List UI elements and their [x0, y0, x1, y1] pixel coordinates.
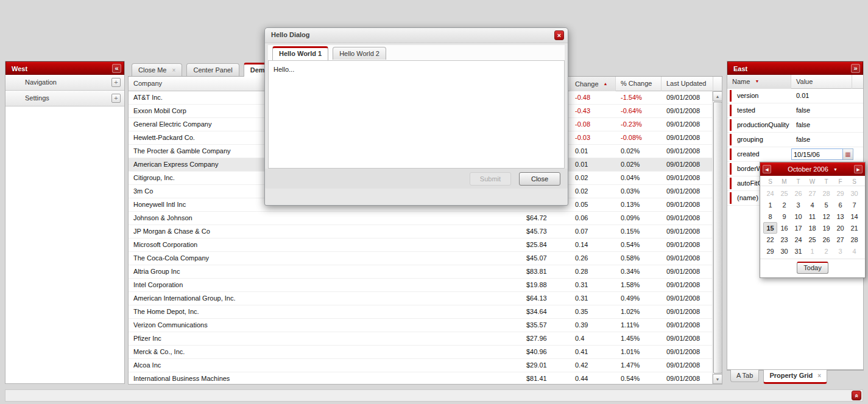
calendar-day[interactable]: 5 — [819, 199, 833, 211]
table-row[interactable]: Alcoa Inc$29.010.421.47%09/01/2008 — [129, 359, 713, 372]
tab-center-panel[interactable]: Center Panel — [186, 63, 239, 76]
table-row[interactable]: Verizon Communications$35.570.391.11%09/… — [129, 319, 713, 332]
property-row[interactable]: created▦ — [727, 147, 863, 162]
calendar-day[interactable]: 2 — [819, 245, 833, 257]
calendar-day[interactable]: 22 — [763, 234, 777, 245]
calendar-day[interactable]: 2 — [777, 199, 791, 211]
column-header-name[interactable]: Name ▼ — [727, 75, 791, 89]
calendar-day[interactable]: 31 — [791, 245, 805, 257]
sidebar-item-settings[interactable]: Settings + — [5, 91, 124, 106]
table-row[interactable]: Altria Group Inc$83.810.280.34%09/01/200… — [129, 265, 713, 279]
next-month-icon[interactable]: ▶ — [854, 165, 863, 173]
close-button[interactable]: Close — [519, 172, 560, 186]
close-icon[interactable]: × — [554, 30, 564, 40]
sidebar-item-navigation[interactable]: Navigation + — [5, 75, 124, 91]
cell-pct: -1.54% — [616, 91, 662, 104]
table-row[interactable]: American International Group, Inc.$64.13… — [129, 292, 713, 305]
calendar-day[interactable]: 1 — [805, 245, 819, 257]
calendar-day[interactable]: 7 — [847, 199, 861, 211]
calendar-day[interactable]: 28 — [847, 234, 861, 245]
calendar-day[interactable]: 20 — [833, 222, 847, 234]
property-row[interactable]: version0.01 — [727, 89, 863, 103]
calendar-day[interactable]: 25 — [777, 187, 791, 199]
calendar-day[interactable]: 25 — [805, 234, 819, 245]
calendar-day[interactable]: 26 — [791, 187, 805, 199]
calendar-day[interactable]: 24 — [763, 187, 777, 199]
calendar-day[interactable]: 16 — [777, 222, 791, 234]
calendar-day[interactable]: 15 — [763, 222, 777, 234]
expand-plus-icon[interactable]: + — [111, 78, 121, 87]
calendar-day[interactable]: 30 — [847, 187, 861, 199]
scroll-down-icon[interactable]: ▼ — [713, 374, 722, 384]
tab-property-grid[interactable]: Property Grid × — [763, 370, 827, 384]
scrollbar-thumb[interactable] — [713, 102, 722, 374]
table-row[interactable]: The Coca-Cola Company$45.070.260.58%09/0… — [129, 252, 713, 265]
scroll-up-icon[interactable]: ▲ — [713, 91, 722, 101]
calendar-day[interactable]: 19 — [819, 222, 833, 234]
submit-button[interactable]: Submit — [470, 172, 511, 186]
calendar-day[interactable]: 4 — [847, 245, 861, 257]
tab-hello-world-2[interactable]: Hello World 2 — [333, 47, 386, 60]
calendar-day[interactable]: 28 — [819, 187, 833, 199]
west-panel: West « Navigation + Settings + — [5, 61, 125, 384]
table-row[interactable]: International Business Machines$81.410.4… — [129, 372, 713, 384]
prev-month-icon[interactable]: ◀ — [763, 165, 771, 173]
calendar-day[interactable]: 26 — [819, 234, 833, 245]
column-label: Name — [732, 78, 750, 85]
column-header-change[interactable]: Change ▲ — [570, 77, 616, 91]
calendar-day[interactable]: 10 — [791, 211, 805, 222]
property-row[interactable]: groupingfalse — [727, 133, 863, 147]
close-icon[interactable]: × — [172, 67, 176, 74]
table-row[interactable]: Microsoft Corporation$25.840.140.54%09/0… — [129, 239, 713, 252]
calendar-day[interactable]: 13 — [833, 211, 847, 222]
close-icon[interactable]: × — [817, 372, 821, 379]
collapse-left-icon[interactable]: « — [112, 64, 121, 73]
calendar-day[interactable]: 27 — [833, 234, 847, 245]
today-button[interactable]: Today — [797, 262, 828, 274]
column-header-pct-change[interactable]: % Change — [616, 77, 662, 91]
dialog-titlebar[interactable]: Hello Dialog × — [265, 28, 568, 43]
calendar-day[interactable]: 3 — [833, 245, 847, 257]
property-row[interactable]: productionQualityfalse — [727, 118, 863, 133]
table-row[interactable]: JP Morgan & Chase & Co$45.730.070.15%09/… — [129, 225, 713, 239]
calendar-day[interactable]: 17 — [791, 222, 805, 234]
collapse-right-icon[interactable]: » — [851, 64, 860, 73]
calendar-day[interactable]: 11 — [805, 211, 819, 222]
calendar-day[interactable]: 1 — [763, 199, 777, 211]
cell-pct: 1.11% — [616, 319, 662, 332]
calendar-day[interactable]: 30 — [777, 245, 791, 257]
created-date-input[interactable] — [791, 148, 843, 160]
tab-hello-world-1[interactable]: Hello World 1 — [272, 46, 328, 60]
table-row[interactable]: The Home Depot, Inc.$34.640.351.02%09/01… — [129, 305, 713, 319]
table-row[interactable]: Intel Corporation$19.880.311.58%09/01/20… — [129, 279, 713, 292]
column-header-last-updated[interactable]: Last Updated — [662, 77, 713, 91]
vertical-scrollbar[interactable]: ▲ ▼ — [712, 91, 722, 384]
calendar-day[interactable]: 29 — [763, 245, 777, 257]
calendar-day[interactable]: 24 — [791, 234, 805, 245]
calendar-day[interactable]: 4 — [805, 199, 819, 211]
calendar-day[interactable]: 14 — [847, 211, 861, 222]
table-row[interactable]: Merck & Co., Inc.$40.960.411.01%09/01/20… — [129, 346, 713, 359]
calendar-day[interactable]: 23 — [777, 234, 791, 245]
cell-change: 0.31 — [570, 279, 616, 291]
calendar-day[interactable]: 3 — [791, 199, 805, 211]
property-row[interactable]: testedfalse — [727, 103, 863, 118]
table-row[interactable]: Johnson & Johnson$64.720.060.09%09/01/20… — [129, 212, 713, 225]
month-year-button[interactable]: October 2006 ▼ — [788, 165, 838, 173]
calendar-day[interactable]: 6 — [833, 199, 847, 211]
expand-up-icon[interactable]: « — [852, 391, 861, 400]
calendar-day[interactable]: 18 — [805, 222, 819, 234]
column-header-value[interactable]: Value — [791, 75, 852, 89]
tab-close-me[interactable]: Close Me × — [132, 63, 182, 76]
calendar-day[interactable]: 8 — [763, 211, 777, 222]
tab-a-tab[interactable]: A Tab — [730, 370, 759, 382]
calendar-day[interactable]: 21 — [847, 222, 861, 234]
calendar-day[interactable]: 12 — [819, 211, 833, 222]
calendar-day[interactable]: 27 — [805, 187, 819, 199]
calendar-trigger-icon[interactable]: ▦ — [843, 148, 853, 160]
table-row[interactable]: Pfizer Inc$27.960.41.45%09/01/2008 — [129, 332, 713, 346]
calendar-day[interactable]: 29 — [833, 187, 847, 199]
calendar-day[interactable]: 9 — [777, 211, 791, 222]
cell-pct: -0.08% — [616, 131, 662, 144]
expand-plus-icon[interactable]: + — [111, 94, 121, 103]
